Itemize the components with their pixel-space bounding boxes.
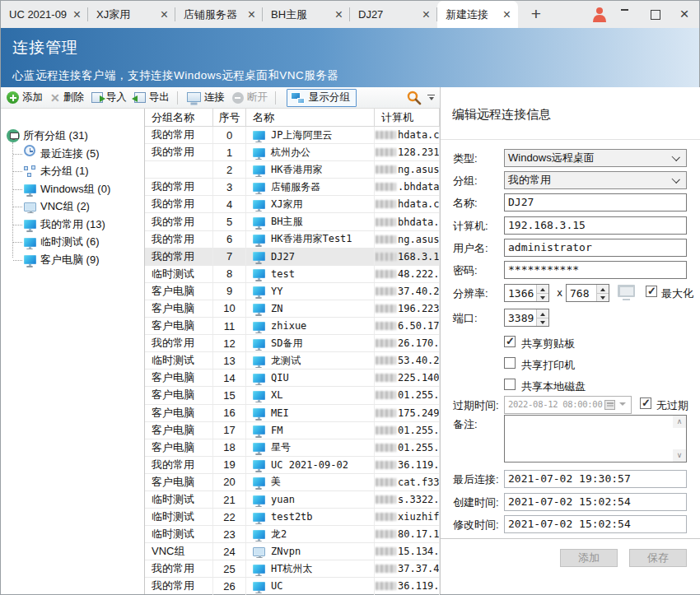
toolbar-overflow-icon[interactable] [427, 95, 435, 100]
connect-button[interactable]: 连接 [185, 89, 226, 107]
resolution-height-stepper[interactable]: 768 [566, 284, 609, 302]
scroll-down-icon[interactable]: ∨ [673, 449, 686, 462]
delete-icon: ✕ [50, 92, 60, 104]
tab-UC 2021-09[interactable]: UC 2021-09× [1, 1, 88, 28]
port-stepper[interactable]: 3389 [504, 309, 549, 327]
sidebar-item-VNC组 (2)[interactable]: VNC组 (2) [1, 198, 144, 216]
redacted-blur [376, 235, 396, 244]
maximize-button[interactable] [648, 1, 663, 28]
no-expire-label: 无过期 [656, 398, 688, 413]
show-groups-toggle[interactable]: 显示分组 [287, 89, 357, 107]
table-row[interactable]: 我的常用19UC 2021-09-0236.119.9 [145, 457, 440, 474]
delete-button[interactable]: ✕删除 [49, 89, 86, 107]
table-row[interactable]: 临时测试8test48.222.9 [145, 266, 440, 283]
note-textarea[interactable]: ∧ ∨ [504, 415, 687, 463]
minimize-button[interactable] [617, 1, 632, 28]
cell-computer: 175.249. [375, 405, 440, 421]
type-select[interactable]: Windows远程桌面 [504, 149, 687, 167]
table-row[interactable]: 我的常用1杭州办公128.231. [145, 144, 440, 161]
column-header-index[interactable]: 序号 [213, 109, 246, 126]
password-input[interactable]: *********** [504, 261, 687, 279]
table-row[interactable]: VNC组24ZNvpn15.134.3 [145, 543, 440, 560]
name-input[interactable]: DJ27 [504, 193, 687, 212]
tab-close-icon[interactable]: × [248, 8, 255, 21]
table-row[interactable]: 我的常用0JP上海阿里云hdata.co [145, 127, 440, 144]
connection-name: BH主服 [271, 215, 302, 229]
monitor-icon [253, 460, 265, 469]
group-select[interactable]: 我的常用 [504, 171, 687, 189]
table-row[interactable]: 我的常用26UC36.119.9 [145, 578, 440, 595]
new-tab-button[interactable]: + [526, 4, 546, 24]
table-row[interactable]: 客户电脑18星号01.255.9 [145, 439, 440, 457]
tab-close-icon[interactable]: × [73, 8, 81, 21]
column-header-name[interactable]: 名称 [246, 109, 375, 126]
expire-datetime-input[interactable]: 2022-08-12 08:00:00 [504, 396, 632, 414]
stepper-arrows[interactable] [536, 285, 548, 301]
table-row[interactable]: 2HK香港用家ng.asusc [145, 161, 440, 179]
table-row[interactable]: 客户电脑16MEI175.249. [145, 405, 440, 422]
table-row[interactable]: 我的常用7DJ27168.3.15 [145, 249, 440, 266]
sidebar-item-最近连接 (5)[interactable]: 最近连接 (5) [1, 145, 144, 163]
tab-BH主服[interactable]: BH主服× [263, 1, 350, 28]
table-row[interactable]: 我的常用25HT杭州太37.37.44 [145, 560, 440, 578]
last-connect-value: 2021-07-02 19:30:57 [504, 470, 687, 488]
stepper-arrows[interactable] [536, 309, 548, 326]
panel-save-button[interactable]: 保存 [629, 549, 687, 567]
table-row[interactable]: 临时测试22test2tbxiuzhifu [145, 509, 440, 526]
tab-close-icon[interactable]: × [503, 8, 511, 21]
share-clipboard-checkbox[interactable] [504, 336, 516, 347]
column-header-group[interactable]: 分组名称 [145, 109, 213, 126]
table-row[interactable]: 客户电脑10ZN196.223. [145, 300, 440, 318]
sidebar-item-未分组 (1)[interactable]: 未分组 (1) [1, 163, 144, 181]
table-row[interactable]: 我的常用5BH主服bhdata.c [145, 213, 440, 230]
user-account-icon[interactable] [590, 1, 609, 28]
disconnect-button[interactable]: 断开 [231, 89, 269, 107]
tab-close-icon[interactable]: × [335, 8, 343, 21]
tab-店铺服务器[interactable]: 店铺服务器× [175, 1, 263, 28]
tab-新建连接[interactable]: 新建连接× [437, 1, 518, 28]
table-row[interactable]: 客户电脑17FM01.255.2 [145, 422, 440, 439]
table-row[interactable]: 客户电脑11zhixue6.50.170 [145, 318, 440, 335]
stepper-arrows[interactable] [596, 285, 609, 301]
calendar-dropdown-icon[interactable] [604, 399, 628, 411]
table-row[interactable]: 客户电脑9YY37.40.22 [145, 283, 440, 300]
tab-close-icon[interactable]: × [161, 8, 168, 21]
table-row[interactable]: 我的常用4XJ家用hdata.co [145, 196, 440, 213]
share-printer-checkbox[interactable] [504, 357, 516, 369]
search-icon[interactable] [406, 90, 422, 109]
export-button[interactable]: 导出 [133, 89, 171, 107]
resolution-width-stepper[interactable]: 1366 [504, 284, 549, 302]
table-row[interactable]: 客户电脑20美cat.f332 [145, 474, 440, 491]
username-input[interactable]: administrator [504, 239, 687, 257]
tab-XJ家用[interactable]: XJ家用× [88, 1, 175, 28]
computer-input[interactable]: 192.168.3.15 [504, 216, 687, 235]
column-header-computer[interactable]: 计算机 [375, 109, 440, 126]
scroll-up-icon[interactable]: ∧ [673, 416, 686, 428]
add-button[interactable]: 添加 [5, 89, 44, 107]
table-row[interactable]: 客户电脑15XL01.255.2 [145, 387, 440, 404]
import-button[interactable]: 导入 [90, 89, 128, 107]
window-close-button[interactable]: × [676, 1, 693, 28]
no-expire-checkbox[interactable] [640, 397, 651, 409]
panel-add-button[interactable]: 添加 [560, 549, 618, 567]
sidebar-item-客户电脑 (9)[interactable]: 客户电脑 (9) [1, 251, 144, 269]
redacted-blur [376, 426, 396, 435]
tab-DJ27[interactable]: DJ27× [350, 1, 437, 28]
table-row[interactable]: 临时测试13龙测试53.40.22 [145, 352, 440, 370]
sidebar-item-all-groups[interactable]: 所有分组 (31) [1, 127, 144, 145]
cell-index: 5 [213, 213, 246, 230]
button-divider [441, 538, 700, 539]
table-row[interactable]: 临时测试21yuans.3322.n [145, 491, 440, 509]
table-row[interactable]: 临时测试23龙280.17.13 [145, 526, 440, 543]
sidebar-item-我的常用 (13)[interactable]: 我的常用 (13) [1, 216, 144, 234]
table-row[interactable]: 我的常用12SD备用26.170.1 [145, 335, 440, 352]
table-row[interactable]: 我的常用3店铺服务器.bhdata. [145, 179, 440, 196]
share-disk-checkbox[interactable] [504, 379, 516, 390]
table-row[interactable]: 客户电脑14QIU225.140. [145, 370, 440, 387]
cell-group: 客户电脑 [145, 318, 213, 334]
sidebar-item-临时测试 (6)[interactable]: 临时测试 (6) [1, 234, 144, 252]
table-row[interactable]: 我的常用6HK香港用家Test1ng.asusc [145, 231, 440, 249]
sidebar-item-Windows组 (0)[interactable]: Windows组 (0) [1, 180, 144, 198]
maximize-checkbox[interactable] [646, 286, 657, 297]
tab-close-icon[interactable]: × [422, 8, 430, 21]
